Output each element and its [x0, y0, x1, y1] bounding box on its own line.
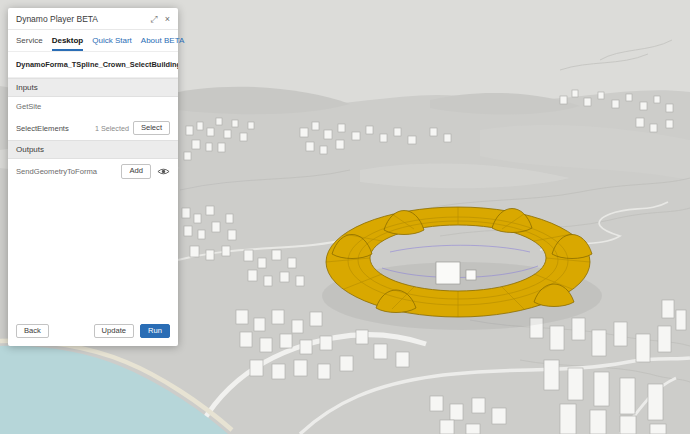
outputs-section-header: Outputs	[8, 140, 178, 159]
select-button[interactable]: Select	[133, 121, 170, 135]
panel-spacer	[8, 184, 178, 316]
panel-tabs: Service Desktop Quick Start About BETA	[8, 30, 178, 52]
tab-desktop[interactable]: Desktop	[52, 36, 84, 51]
tab-about-beta[interactable]: About BETA	[141, 36, 184, 51]
update-button[interactable]: Update	[94, 324, 135, 338]
selection-count: 1 Selected	[95, 124, 129, 133]
panel-title: Dynamo Player BETA	[16, 14, 144, 24]
app-window: Dynamo Player BETA ⤢ × Service Desktop Q…	[0, 0, 690, 434]
select-elements-label: SelectElements	[16, 124, 91, 133]
panel-titlebar: Dynamo Player BETA ⤢ ×	[8, 8, 178, 30]
add-button[interactable]: Add	[121, 164, 151, 178]
input-row-select-elements: SelectElements 1 Selected Select	[8, 116, 178, 140]
panel-footer: Back Update Run	[8, 316, 178, 346]
tab-quick-start[interactable]: Quick Start	[92, 36, 132, 51]
expand-icon[interactable]: ⤢	[151, 15, 158, 24]
tab-service[interactable]: Service	[16, 36, 43, 51]
close-icon[interactable]: ×	[165, 15, 170, 24]
input-row-getsite: GetSite	[8, 97, 178, 116]
visibility-icon[interactable]	[157, 166, 170, 177]
output-row-send-geometry: SendGeometryToForma Add	[8, 159, 178, 183]
script-name: DynamoForma_TSpline_Crown_SelectBuilding	[8, 52, 178, 78]
run-button[interactable]: Run	[140, 324, 170, 338]
getsite-label: GetSite	[16, 102, 170, 111]
back-button[interactable]: Back	[16, 324, 49, 338]
inputs-section-header: Inputs	[8, 78, 178, 97]
send-geometry-label: SendGeometryToForma	[16, 167, 117, 176]
dynamo-player-panel: Dynamo Player BETA ⤢ × Service Desktop Q…	[8, 8, 178, 346]
